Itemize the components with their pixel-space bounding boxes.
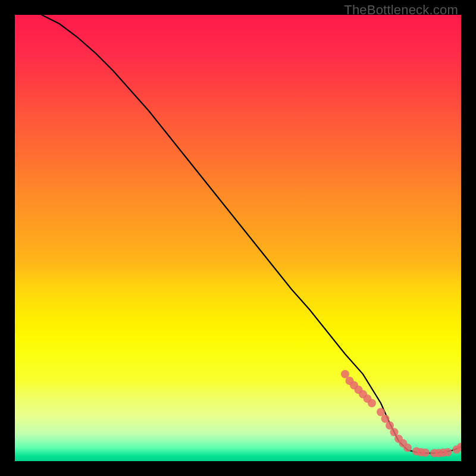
data-marker [403,444,412,452]
chart-frame: TheBottleneck.com [0,0,476,476]
data-marker [421,449,430,457]
data-marker [444,448,452,456]
bottleneck-curve [42,15,461,453]
data-marker [368,399,376,408]
watermark-text: TheBottleneck.com [344,2,458,18]
chart-plot-area [15,15,461,461]
marker-group [341,370,461,458]
chart-svg [15,15,461,461]
